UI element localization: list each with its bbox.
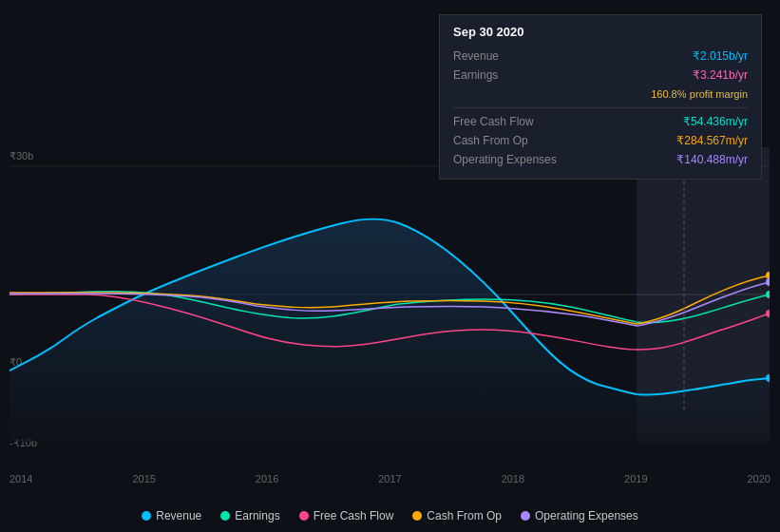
tooltip-opex-row: Operating Expenses ₹140.488m/yr xyxy=(453,150,748,169)
legend-dot-opex xyxy=(521,511,530,521)
tooltip-profit-label: profit margin xyxy=(690,88,748,100)
tooltip-opex-label: Operating Expenses xyxy=(453,153,557,166)
tooltip-earnings-value: ₹3.241b/yr xyxy=(693,68,748,82)
tooltip-fcf-label: Free Cash Flow xyxy=(453,115,534,128)
legend-dot-earnings xyxy=(220,511,230,521)
tooltip-profit-margin-row: 160.8% profit margin xyxy=(453,85,748,104)
legend-fcf[interactable]: Free Cash Flow xyxy=(299,509,394,522)
x-label-2019: 2019 xyxy=(624,473,647,484)
x-label-2020: 2020 xyxy=(747,473,770,484)
tooltip-cfo-label: Cash From Op xyxy=(453,134,528,147)
tooltip-opex-value: ₹140.488m/yr xyxy=(676,153,748,166)
legend-label-fcf: Free Cash Flow xyxy=(314,509,394,522)
x-label-2018: 2018 xyxy=(502,473,524,484)
legend-label-earnings: Earnings xyxy=(235,509,279,522)
legend-earnings[interactable]: Earnings xyxy=(220,509,279,522)
tooltip-revenue-label: Revenue xyxy=(453,49,499,63)
legend-dot-fcf xyxy=(299,511,309,521)
tooltip-earnings-row: Earnings ₹3.241b/yr xyxy=(453,66,748,85)
x-label-2015: 2015 xyxy=(132,473,155,484)
x-label-2017: 2017 xyxy=(378,473,401,484)
chart-svg xyxy=(10,147,770,442)
tooltip-revenue-value: ₹2.015b/yr xyxy=(693,49,748,63)
legend-label-cfo: Cash From Op xyxy=(427,509,502,522)
tooltip-box: Sep 30 2020 Revenue ₹2.015b/yr Earnings … xyxy=(439,14,762,180)
chart-container: Sep 30 2020 Revenue ₹2.015b/yr Earnings … xyxy=(0,0,780,532)
legend-dot-revenue xyxy=(142,511,151,521)
tooltip-fcf-value: ₹54.436m/yr xyxy=(683,115,748,128)
chart-legend: Revenue Earnings Free Cash Flow Cash Fro… xyxy=(0,509,780,522)
legend-revenue[interactable]: Revenue xyxy=(142,509,201,522)
legend-label-opex: Operating Expenses xyxy=(535,509,638,522)
x-axis: 2014 2015 2016 2017 2018 2019 2020 xyxy=(10,473,770,484)
tooltip-cfo-row: Cash From Op ₹284.567m/yr xyxy=(453,131,748,150)
tooltip-cfo-value: ₹284.567m/yr xyxy=(676,134,748,147)
legend-cfo[interactable]: Cash From Op xyxy=(412,509,502,522)
x-label-2014: 2014 xyxy=(10,473,32,484)
tooltip-date: Sep 30 2020 xyxy=(453,25,748,39)
tooltip-earnings-label: Earnings xyxy=(453,68,498,82)
legend-opex[interactable]: Operating Expenses xyxy=(521,509,638,522)
tooltip-profit-pct: 160.8% xyxy=(651,88,686,100)
tooltip-fcf-row: Free Cash Flow ₹54.436m/yr xyxy=(453,112,748,131)
legend-dot-cfo xyxy=(412,511,422,521)
tooltip-revenue-row: Revenue ₹2.015b/yr xyxy=(453,47,748,66)
x-label-2016: 2016 xyxy=(256,473,278,484)
legend-label-revenue: Revenue xyxy=(156,509,201,522)
